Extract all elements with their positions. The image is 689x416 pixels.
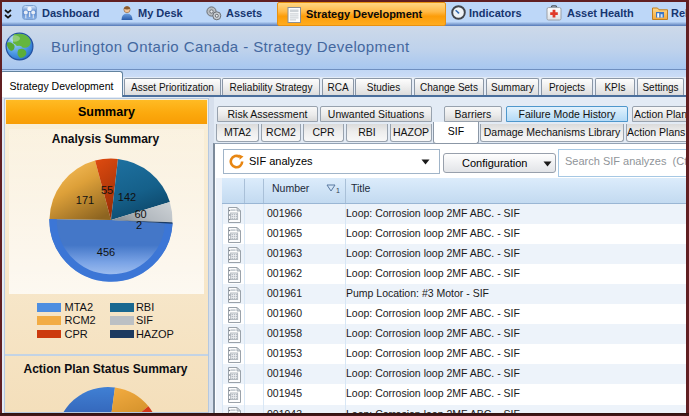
svg-text:1: 1 (336, 187, 340, 194)
